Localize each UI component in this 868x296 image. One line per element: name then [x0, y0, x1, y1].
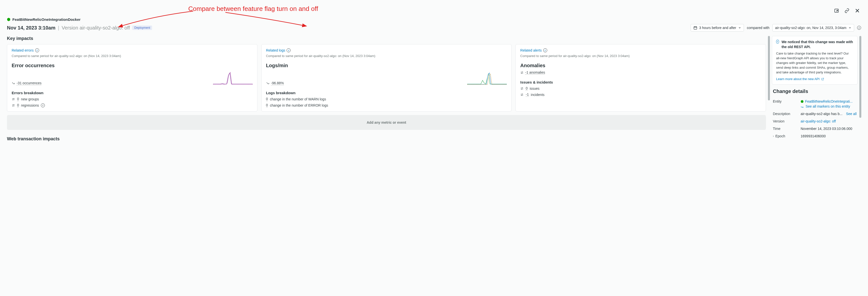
issues-incidents-heading: Issues & incidents	[520, 80, 761, 84]
time-window-label: 3 hours before and after	[699, 26, 736, 30]
see-all-markers-link[interactable]: See all markers on this entity	[801, 105, 857, 108]
detail-description: Description air-quality-so2-algo has b..…	[772, 110, 858, 118]
swap-icon	[12, 97, 15, 101]
section-key-impacts: Key impacts	[7, 36, 766, 41]
card-alerts: Related alerts i Compared to same period…	[516, 44, 766, 112]
logs-delta-value: -96.88%	[271, 81, 284, 85]
entity-status-icon	[801, 100, 804, 103]
learn-more-link[interactable]: Learn more about the new API	[776, 77, 824, 81]
swap-icon	[520, 71, 524, 75]
trend-down-icon	[266, 82, 270, 85]
related-errors-link[interactable]: Related errors i	[12, 48, 39, 52]
error-delta-value: -31 occurrences	[17, 81, 41, 85]
related-errors-label: Related errors	[12, 48, 34, 52]
notice-body: Care to take change tracking to the next…	[776, 51, 854, 75]
redirect-icon	[801, 105, 804, 108]
warn-value: 0	[266, 97, 268, 101]
detail-epoch: › Epoch 1699931406000	[772, 132, 858, 140]
deployment-tag[interactable]: Deployment	[132, 26, 152, 30]
entity-status-icon	[7, 18, 10, 21]
entity-link[interactable]: FeatBitNewRelicOneIntegrati...	[805, 99, 852, 103]
entity-name: FeatBitNewRelicOneIntegrationDocker	[12, 17, 81, 22]
notice-heading: We noticed that this change was made wit…	[781, 40, 854, 49]
logs-breakdown-heading: Logs breakdown	[266, 91, 507, 95]
epoch-value: 1699931406000	[801, 134, 857, 138]
chevron-right-icon[interactable]: ›	[773, 135, 774, 138]
anomalies-heading: Anomalies	[520, 63, 761, 68]
time-label: Time	[773, 127, 798, 131]
compare-note: Compared to same period for air-quality-…	[520, 54, 761, 58]
issues-row: 0 issues	[520, 86, 761, 90]
see-all-markers-label: See all markers on this entity	[806, 105, 850, 108]
info-icon[interactable]: i	[857, 26, 861, 30]
description-value: air-quality-so2-algo has b...	[801, 112, 842, 116]
warn-label: change in the number of WARN logs	[270, 97, 326, 101]
logs-sparkline	[467, 70, 507, 85]
time-window-selector[interactable]: 3 hours before and after	[691, 24, 744, 31]
version-label: Version	[773, 119, 798, 123]
info-icon[interactable]: i	[543, 48, 547, 52]
logs-error-change: 0 change in the number of ERROR logs	[266, 103, 507, 107]
time-value: November 14, 2023 03:10:06.000	[801, 127, 857, 131]
error-value: 0	[266, 103, 268, 107]
edit-icon[interactable]	[833, 7, 840, 14]
trend-down-icon	[12, 82, 15, 85]
related-logs-link[interactable]: Related logs i	[266, 48, 291, 52]
external-link-icon	[821, 78, 824, 81]
swap-icon	[520, 93, 524, 96]
annotation-text: Compare between feature flag turn on and…	[188, 5, 318, 13]
related-logs-label: Related logs	[266, 48, 285, 52]
detail-entity: Entity FeatBitNewRelicOneIntegrati... Se…	[772, 98, 858, 110]
regressions-value: 0	[17, 103, 19, 107]
incidents-label: incidents	[531, 93, 545, 97]
new-groups-value: 0	[17, 97, 19, 101]
regressions-label: regressions	[21, 103, 39, 107]
description-label: Description	[773, 112, 798, 116]
incidents-row: -1 incidents	[520, 92, 761, 97]
api-notice: i We noticed that this change was made w…	[772, 36, 858, 85]
info-icon[interactable]: i	[35, 48, 39, 52]
errors-regressions: 0 regressions i	[12, 103, 253, 107]
logs-delta: -96.88%	[266, 81, 284, 85]
link-icon[interactable]	[844, 7, 850, 14]
compare-target-selector[interactable]: air-quality-so2-algo: on, Nov 14, 2023, …	[772, 24, 854, 31]
add-metric-button[interactable]: Add any metric or event	[7, 115, 766, 130]
chevron-down-icon	[738, 26, 741, 29]
info-icon[interactable]: i	[287, 48, 290, 52]
errors-new-groups: 0 new groups	[12, 97, 253, 101]
issues-value: 0	[526, 86, 528, 90]
info-icon[interactable]: i	[41, 103, 45, 107]
compare-note: Compared to same period for air-quality-…	[12, 54, 253, 58]
chevron-down-icon	[848, 26, 851, 29]
version-value-link[interactable]: air-quality-so2-algo: off	[801, 119, 857, 123]
card-errors: Related errors i Compared to same period…	[7, 44, 257, 112]
detail-time: Time November 14, 2023 03:10:06.000	[772, 125, 858, 132]
see-all-link[interactable]: See all	[846, 112, 857, 116]
scrollbar-thumb[interactable]	[859, 36, 861, 118]
error-occurrences-heading: Error occurrences	[12, 63, 253, 68]
card-logs: Related logs i Compared to same period f…	[261, 44, 512, 112]
entity-header: FeatBitNewRelicOneIntegrationDocker	[7, 17, 861, 22]
scrollbar-thumb[interactable]	[768, 36, 770, 100]
error-label: change in the number of ERROR logs	[270, 103, 328, 107]
close-icon[interactable]	[854, 7, 861, 14]
entity-label: Entity	[773, 99, 798, 103]
change-details-heading: Change details	[772, 89, 858, 94]
logs-warn-change: 0 change in the number of WARN logs	[266, 97, 507, 101]
error-delta: -31 occurrences	[12, 81, 41, 85]
incidents-value: -1	[526, 92, 529, 97]
detail-version: Version air-quality-so2-algo: off	[772, 118, 858, 125]
swap-icon	[12, 103, 15, 107]
logs-per-min-heading: Logs/min	[266, 63, 507, 68]
errors-breakdown-heading: Errors breakdown	[12, 91, 253, 95]
compared-with-label: compared with	[747, 26, 769, 30]
anomalies-delta-value: -1 anomalies	[525, 70, 545, 75]
learn-more-label: Learn more about the new API	[776, 77, 820, 81]
related-alerts-link[interactable]: Related alerts i	[520, 48, 547, 52]
compare-target-label: air-quality-so2-algo: on, Nov 14, 2023, …	[775, 26, 846, 30]
anomalies-delta: -1 anomalies	[520, 70, 545, 75]
page-title-version: Version air-quality-so2-algo: off	[62, 25, 130, 31]
calendar-icon	[693, 26, 697, 30]
compare-note: Compared to same period for air-quality-…	[266, 54, 507, 58]
swap-icon	[520, 87, 524, 90]
